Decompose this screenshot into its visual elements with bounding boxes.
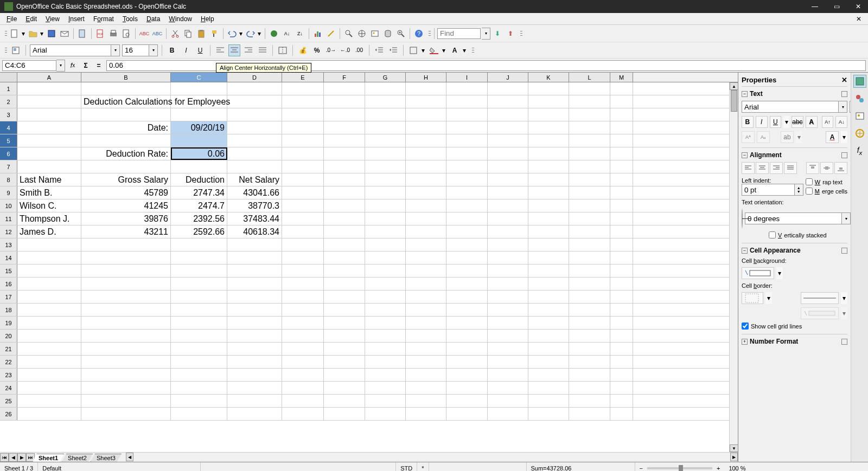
cell-G7[interactable] <box>365 160 406 173</box>
sb-align-right[interactable] <box>770 162 783 174</box>
cell-G16[interactable] <box>365 278 406 290</box>
status-sheet[interactable]: Sheet 1 / 3 <box>0 462 38 471</box>
cell-J13[interactable] <box>488 238 528 251</box>
section-text-more[interactable] <box>841 91 847 97</box>
orientation-wheel[interactable] <box>742 209 743 228</box>
cell-I6[interactable] <box>446 147 488 160</box>
new-button[interactable] <box>9 28 21 40</box>
cell-G18[interactable] <box>365 304 406 316</box>
cell-B11[interactable]: 39876 <box>81 212 171 225</box>
cell-C5[interactable] <box>171 134 227 147</box>
cell-D25[interactable] <box>227 395 282 407</box>
cell-F2[interactable] <box>324 95 365 108</box>
cell-G26[interactable] <box>365 408 406 420</box>
cell-J3[interactable] <box>488 108 528 121</box>
cell-A12[interactable]: James D. <box>17 225 81 238</box>
cell-L25[interactable] <box>569 395 610 407</box>
sidebar-underline-button[interactable]: U <box>770 116 782 128</box>
add-decimal-button[interactable]: .0→ <box>325 44 337 56</box>
show-gridlines-checkbox[interactable]: Show cell grid lines <box>742 322 847 330</box>
cell-M1[interactable] <box>610 82 633 95</box>
cell-F1[interactable] <box>324 82 365 95</box>
email-button[interactable] <box>59 28 71 40</box>
deck-properties-icon[interactable] <box>853 75 866 88</box>
cell-K12[interactable] <box>528 225 569 238</box>
export-pdf-button[interactable]: PDF <box>94 28 106 40</box>
cell-G9[interactable] <box>365 186 406 199</box>
section-alignment-header[interactable]: − Alignment <box>742 150 847 160</box>
cell-A25[interactable] <box>17 395 81 407</box>
cell-A18[interactable] <box>17 304 81 316</box>
align-center-button[interactable] <box>228 44 240 56</box>
col-header-F[interactable]: F <box>324 73 365 82</box>
name-box[interactable] <box>2 60 56 71</box>
cell-L18[interactable] <box>569 304 610 316</box>
cell-B3[interactable] <box>81 108 171 121</box>
cell-C24[interactable] <box>171 382 227 394</box>
section-number-format-more[interactable] <box>841 339 847 345</box>
cell-H4[interactable] <box>406 121 446 134</box>
menu-view[interactable]: View <box>41 14 64 24</box>
cell-H25[interactable] <box>406 395 446 407</box>
cell-M22[interactable] <box>610 356 633 368</box>
cell-M23[interactable] <box>610 369 633 381</box>
horizontal-scrollbar[interactable] <box>136 453 730 462</box>
hyperlink-button[interactable] <box>268 28 280 40</box>
scroll-up-button[interactable]: ▲ <box>730 82 738 90</box>
decrease-indent-button[interactable] <box>373 44 385 56</box>
cell-J21[interactable] <box>488 343 528 355</box>
cell-B8[interactable]: Gross Salary <box>81 173 171 186</box>
cell-C15[interactable] <box>171 264 227 277</box>
cell-F6[interactable] <box>324 147 365 160</box>
cell-J17[interactable] <box>488 291 528 303</box>
cell-B15[interactable] <box>81 264 171 277</box>
select-all-corner[interactable] <box>0 73 17 82</box>
cell-H21[interactable] <box>406 343 446 355</box>
cell-L17[interactable] <box>569 291 610 303</box>
cell-L21[interactable] <box>569 343 610 355</box>
bg-color-button[interactable] <box>428 44 440 56</box>
cell-M19[interactable] <box>610 317 633 329</box>
cell-F21[interactable] <box>324 343 365 355</box>
cell-A5[interactable] <box>17 134 81 147</box>
merge-cells-button[interactable] <box>277 44 289 56</box>
cell-I16[interactable] <box>446 278 488 290</box>
cell-J9[interactable] <box>488 186 528 199</box>
cell-G14[interactable] <box>365 251 406 264</box>
cell-E26[interactable] <box>282 408 324 420</box>
cell-D2[interactable] <box>227 95 282 108</box>
undo-button[interactable] <box>226 28 238 40</box>
status-mode[interactable]: STD <box>396 462 417 471</box>
cell-A20[interactable] <box>17 330 81 342</box>
menu-tools[interactable]: Tools <box>118 14 142 24</box>
cell-I25[interactable] <box>446 395 488 407</box>
cell-B16[interactable] <box>81 278 171 290</box>
cell-B25[interactable] <box>81 395 171 407</box>
navigator-button[interactable] <box>356 28 368 40</box>
font-size-combo[interactable]: ▾ <box>122 44 158 56</box>
print-button[interactable] <box>107 28 119 40</box>
sidebar-shrink-font-button[interactable]: A↓ <box>835 116 847 128</box>
cell-J5[interactable] <box>488 134 528 147</box>
next-sheet-button[interactable]: ▶ <box>17 453 26 462</box>
cell-B7[interactable] <box>81 160 171 173</box>
cell-C9[interactable]: 2747.34 <box>171 186 227 199</box>
sidebar-superscript-button[interactable]: Aᴬ <box>742 131 755 143</box>
col-header-G[interactable]: G <box>365 73 406 82</box>
cell-F10[interactable] <box>324 199 365 212</box>
cell-E8[interactable] <box>282 173 324 186</box>
cell-B19[interactable] <box>81 317 171 329</box>
row-header-20[interactable]: 20 <box>0 330 17 342</box>
cell-F23[interactable] <box>324 369 365 381</box>
cell-G4[interactable] <box>365 121 406 134</box>
cell-D17[interactable] <box>227 291 282 303</box>
cell-G10[interactable] <box>365 199 406 212</box>
copy-button[interactable] <box>182 28 194 40</box>
cell-J8[interactable] <box>488 173 528 186</box>
minimize-button[interactable]: — <box>809 1 820 12</box>
cell-K13[interactable] <box>528 238 569 251</box>
cell-B9[interactable]: 45789 <box>81 186 171 199</box>
row-header-21[interactable]: 21 <box>0 343 17 355</box>
cell-J18[interactable] <box>488 304 528 316</box>
menu-file[interactable]: File <box>2 14 21 24</box>
